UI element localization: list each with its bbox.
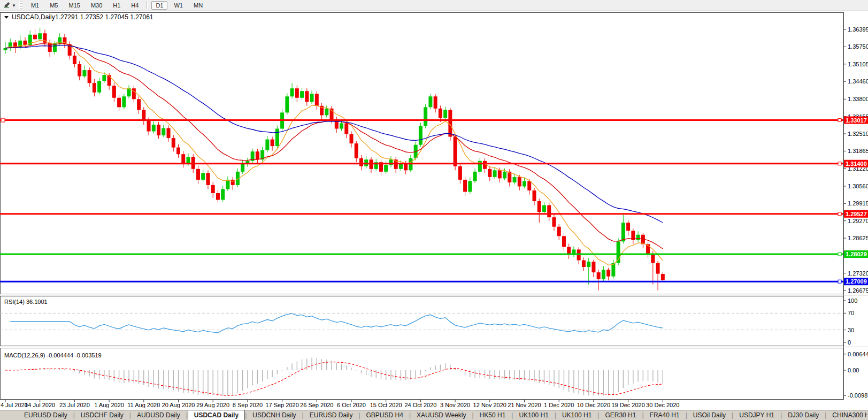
chart-tab-usoil-daily[interactable]: USOil Daily (687, 410, 732, 420)
rsi-tick-label: 0 (848, 339, 851, 346)
time-tick-label: 20 Aug 2020 (162, 402, 195, 408)
price-badge-label: 1.27009 (846, 278, 867, 285)
hline-anchor[interactable] (1, 118, 5, 122)
price-tick-label: 1.31865 (848, 148, 868, 154)
price-badge-label: 1.29527 (846, 211, 867, 217)
time-tick-label: 17 Sep 2020 (265, 402, 298, 408)
time-tick-label: 11 Aug 2020 (127, 402, 160, 408)
chart-tab-eurusd-daily[interactable]: EURUSD Daily (18, 410, 73, 420)
time-tick-label: 26 Sep 2020 (300, 402, 333, 408)
price-tick-label: 1.27320 (848, 270, 868, 277)
toolbar-grip-handle[interactable] (19, 2, 22, 9)
time-tick-label: 1 Aug 2020 (94, 402, 124, 408)
chart-tab-usdchf-daily[interactable]: USDCHF Daily (75, 410, 129, 420)
candlesticks (4, 28, 665, 291)
time-tick-label: 14 Jul 2020 (25, 402, 55, 408)
time-tick-label: 24 Oct 2020 (404, 402, 436, 408)
hline-axis-anchor (838, 162, 841, 165)
timeframe-button-group: M1M5M15M30H1H4D1W1MN (26, 1, 208, 10)
price-tick-label: 1.28625 (848, 235, 868, 241)
price-tick-label: 1.36395 (848, 26, 868, 33)
rsi-indicator-label: RSI(14) 36.1001 (4, 299, 48, 305)
time-tick-label: 1 Dec 2020 (544, 402, 574, 408)
chart-tab-usdcnh-daily[interactable]: USDCNH Daily (247, 410, 302, 420)
time-tick-label: 15 Oct 2020 (370, 402, 402, 408)
time-tick-label: 3 Nov 2020 (440, 402, 470, 408)
chart-tab-china300-h1[interactable]: CHINA300 H1 (826, 410, 868, 420)
timeframe-button-mn[interactable]: MN (189, 1, 207, 10)
chart-tab-uk100-h1[interactable]: UK100 H1 (556, 410, 597, 420)
chart-tab-uk100-h1[interactable]: UK100 H1 (513, 410, 554, 420)
macd-indicator-label: MACD(12,26,9) -0.004444 -0.003519 (4, 352, 102, 358)
time-tick-label: 21 Nov 2020 (508, 402, 541, 408)
time-tick-label: 23 Jul 2020 (59, 402, 90, 408)
time-tick-label: 30 Dec 2020 (646, 402, 679, 408)
chart-tab-ger30-h1[interactable]: GER30 H1 (599, 410, 642, 420)
price-tick-label: 1.35750 (848, 43, 868, 50)
price-badge-label: 1.31400 (846, 161, 867, 167)
price-tick-label: 1.29915 (848, 200, 868, 207)
time-tick-label: 19 Dec 2020 (611, 402, 644, 408)
hline-axis-anchor (838, 212, 841, 216)
macd-tick-label: 0.00 (848, 367, 859, 373)
timeframe-button-h4[interactable]: H4 (127, 1, 143, 10)
price-tick-label: 1.32510 (848, 131, 868, 137)
chart-tab-usdcad-daily[interactable]: USDCAD Daily (188, 410, 245, 420)
chart-tab-fra40-h1[interactable]: FRA40 H1 (644, 410, 686, 420)
timeframe-button-w1[interactable]: W1 (170, 1, 187, 10)
timeframe-button-h1[interactable]: H1 (109, 1, 125, 10)
chart-tab-xauusd-weekly[interactable]: XAUUSD Weekly (411, 410, 472, 420)
chart-title-symbol: USDCAD,Daily (12, 13, 55, 21)
rsi-tick-label: 30 (848, 327, 854, 333)
dropdown-caret-icon[interactable]: ▼ (12, 3, 16, 8)
hline-axis-anchor (838, 253, 841, 256)
top-toolbar: ▼ M1M5M15M30H1H4D1W1MN (0, 0, 868, 11)
price-tick-label: 1.26675 (848, 287, 868, 294)
macd-tick-label: -0.009871 (848, 392, 868, 399)
time-tick-label: 8 Sep 2020 (233, 402, 263, 408)
price-tick-label: 1.35105 (848, 61, 868, 67)
mt4-window: { "toolbar": { "timeframes": ["M1","M5",… (0, 0, 868, 420)
chart-canvas[interactable]: 1.363951.357501.351051.344601.338001.331… (0, 11, 868, 410)
chart-tool-icon[interactable] (2, 1, 11, 10)
toolbar-separator (147, 1, 148, 9)
chart-tab-bar: EURUSD Daily|USDCHF Daily|AUDUSD Daily|U… (0, 410, 868, 420)
main-panel-border (1, 13, 844, 294)
hline-axis-anchor (838, 280, 841, 283)
timeframe-button-m30[interactable]: M30 (87, 1, 106, 10)
rsi-panel-border (1, 296, 844, 346)
time-tick-label: 10 Dec 2020 (577, 402, 610, 408)
rsi-tick-label: 70 (848, 310, 854, 316)
chart-tab-audusd-daily[interactable]: AUDUSD Daily (131, 410, 186, 420)
chart-tab-hk50-h1[interactable]: HK50 H1 (474, 410, 512, 420)
symbol-dropdown-icon[interactable] (4, 16, 9, 19)
timeframe-button-m15[interactable]: M15 (64, 1, 84, 10)
chart-tab-dj30-daily[interactable]: DJ30 Daily (782, 410, 825, 420)
macd-panel-border (1, 348, 844, 400)
price-badge-label: 1.28029 (846, 251, 867, 257)
price-tick-label: 1.33800 (848, 96, 868, 102)
price-tick-label: 1.29270 (848, 218, 868, 224)
price-badge-label: 1.33017 (846, 117, 867, 124)
chart-tab-eurusd-daily-2[interactable]: EURUSD Daily (304, 410, 359, 420)
time-tick-label: 29 Aug 2020 (196, 402, 229, 408)
rsi-tick-label: 100 (848, 297, 857, 304)
price-tick-label: 1.30560 (848, 183, 868, 189)
chart-tab-usdjpy-h1[interactable]: USDJPY H1 (733, 410, 780, 420)
chart-tab-gbpusd-h4[interactable]: GBPUSD H4 (360, 410, 409, 420)
timeframe-button-m5[interactable]: M5 (45, 1, 62, 10)
macd-tick-label: 0.006444 (848, 351, 868, 357)
time-tick-label: 4 Jul 2020 (1, 402, 28, 408)
time-tick-label: 12 Nov 2020 (473, 402, 506, 408)
price-tick-label: 1.34460 (848, 78, 868, 85)
chart-title-ohlc: 1.27291 1.27352 1.27045 1.27061 (55, 13, 153, 21)
timeframe-button-m1[interactable]: M1 (27, 1, 43, 10)
timeframe-button-d1[interactable]: D1 (151, 1, 167, 10)
time-tick-label: 6 Oct 2020 (337, 402, 366, 408)
hline-axis-anchor (838, 119, 841, 122)
